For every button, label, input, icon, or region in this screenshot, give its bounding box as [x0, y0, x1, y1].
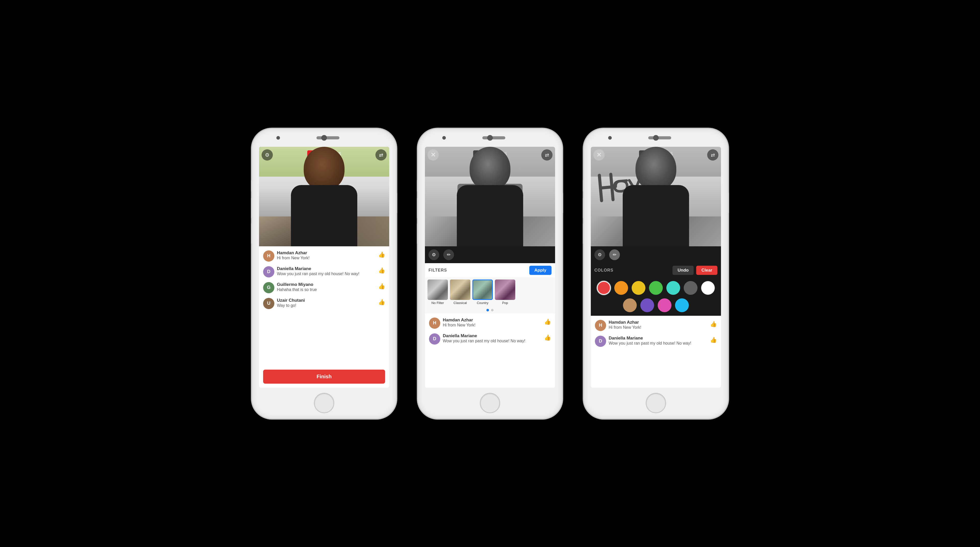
comment-row: D Daniella Mariane Wow you just ran past… — [429, 333, 551, 345]
color-swatch-green[interactable] — [649, 281, 663, 295]
home-button-2[interactable] — [480, 393, 500, 413]
like-icon[interactable]: 👍 — [378, 283, 385, 290]
flip-camera-btn-2[interactable]: ⇄ — [541, 149, 552, 161]
filter-label: Pop — [495, 301, 515, 305]
commenter-name: Guillermo Miyano — [277, 282, 375, 287]
color-swatch-pink[interactable] — [658, 298, 671, 312]
power-button-3 — [728, 193, 729, 213]
comment-text: Wow you just ran past my old house! No w… — [609, 341, 708, 346]
draw-tool-3[interactable]: ✏ — [609, 250, 620, 260]
phone-dot-3 — [608, 136, 612, 140]
undo-button[interactable]: Undo — [673, 266, 694, 275]
color-swatch-gray[interactable] — [684, 281, 697, 295]
commenter-name: Hamdan Azhar — [609, 320, 708, 325]
front-camera-1 — [321, 135, 327, 141]
close-btn-2[interactable]: ✕ — [428, 149, 439, 161]
phone-top-bar-3 — [584, 129, 728, 147]
filter-thumb-img — [450, 280, 470, 300]
colors-bar: COLORS Undo Clear — [591, 263, 721, 277]
like-icon[interactable]: 👍 — [378, 299, 385, 305]
commenter-name: Daniella Mariane — [609, 336, 708, 341]
comment-text: Hi from New York! — [443, 323, 542, 328]
commenter-name: Daniella Mariane — [277, 266, 375, 271]
phone-bottom-1 — [314, 388, 334, 418]
like-icon[interactable]: 👍 — [378, 251, 385, 258]
like-icon[interactable]: 👍 — [710, 337, 717, 343]
camera-settings-tool[interactable]: ⚙ — [428, 250, 439, 260]
camera-settings-tool-3[interactable]: ⚙ — [594, 250, 605, 260]
color-swatches — [591, 277, 721, 316]
dot-1 — [487, 309, 489, 312]
comments-section-3: H Hamdan Azhar Hi from New York! 👍 D Dan… — [591, 316, 721, 388]
phone-1-screen: LIVE 👁 456 ⚙ ⇄ H Hamdan Azhar Hi from Ne… — [259, 147, 389, 388]
comment-text: Hi from New York! — [609, 325, 708, 330]
comment-content: Hamdan Azhar Hi from New York! — [609, 320, 708, 330]
comment-row: D Daniella Mariane Wow you just ran past… — [595, 336, 717, 347]
flip-camera-btn-1[interactable]: ⇄ — [375, 149, 387, 161]
avatar-daniella-2: D — [429, 333, 440, 345]
like-icon[interactable]: 👍 — [544, 334, 551, 341]
clear-button[interactable]: Clear — [696, 266, 718, 275]
filter-thumb-pop[interactable]: Pop — [495, 280, 515, 305]
power-button — [396, 193, 397, 213]
color-swatch-orange[interactable] — [614, 281, 628, 295]
home-button-3[interactable] — [646, 393, 666, 413]
filters-bar: FILTERS Apply — [425, 263, 555, 277]
video-tools-2: ⚙ ✏ — [425, 246, 555, 263]
colors-label: COLORS — [594, 268, 613, 273]
comment-row: G Guillermo Miyano Hahaha that is so tru… — [263, 282, 385, 293]
avatar-hamdan-2: H — [429, 318, 440, 329]
phone-3-screen: ✕ LIVE 👁 456 ⇄ ⚙ ✏ COLORS Undo — [591, 147, 721, 388]
filter-label: No Filter — [428, 301, 448, 305]
apply-button[interactable]: Apply — [529, 266, 552, 275]
like-icon[interactable]: 👍 — [544, 318, 551, 325]
color-swatch-white[interactable] — [701, 281, 715, 295]
close-btn-3[interactable]: ✕ — [593, 149, 605, 161]
front-camera-2 — [487, 135, 493, 141]
video-placeholder-1 — [259, 147, 389, 246]
comment-content: Guillermo Miyano Hahaha that is so true — [277, 282, 375, 293]
flip-camera-btn-3[interactable]: ⇄ — [707, 149, 718, 161]
video-tools-3: ⚙ ✏ — [591, 246, 721, 263]
filter-thumb-classical[interactable]: Classical — [450, 280, 470, 305]
filter-thumb-nofilter[interactable]: No Filter — [428, 280, 448, 305]
filter-label: Country — [473, 301, 493, 305]
phone-2-screen: ✕ LIVE 👁 456 ⇄ Filter Preview Your audie… — [425, 147, 555, 388]
filter-thumb-country[interactable]: Country — [473, 280, 493, 305]
avatar-hamdan-3: H — [595, 320, 606, 331]
phone-dot-1 — [277, 136, 280, 140]
settings-btn-1[interactable]: ⚙ — [262, 149, 273, 161]
comment-row: H Hamdan Azhar Hi from New York! 👍 — [595, 320, 717, 331]
like-icon[interactable]: 👍 — [378, 267, 385, 274]
front-camera-3 — [653, 135, 659, 141]
color-swatch-blue[interactable] — [675, 298, 689, 312]
comment-content: Daniella Mariane Wow you just ran past m… — [277, 266, 375, 277]
like-icon[interactable]: 👍 — [710, 321, 717, 328]
filter-thumb-img — [495, 280, 515, 300]
comment-text: Hahaha that is so true — [277, 287, 375, 293]
comment-content: Uzair Chutani Way to go! — [277, 298, 375, 308]
volume-up-button-3 — [583, 198, 584, 218]
filter-thumb-img — [428, 280, 448, 300]
volume-down-button-3 — [583, 223, 584, 244]
video-area-2: ✕ LIVE 👁 456 ⇄ Filter Preview Your audie… — [425, 147, 555, 246]
home-button-1[interactable] — [314, 393, 334, 413]
power-button-2 — [562, 193, 563, 213]
phone-3: ✕ LIVE 👁 456 ⇄ ⚙ ✏ COLORS Undo — [583, 128, 729, 419]
video-placeholder-2 — [425, 147, 555, 246]
color-swatch-red[interactable] — [597, 281, 611, 295]
phone-bottom-2 — [480, 388, 500, 418]
video-area-1: LIVE 👁 456 ⚙ ⇄ — [259, 147, 389, 246]
color-swatch-purple[interactable] — [640, 298, 654, 312]
commenter-name: Hamdan Azhar — [277, 250, 375, 256]
phone-speaker-1 — [317, 136, 339, 139]
phone-bottom-3 — [646, 388, 666, 418]
color-swatch-brown[interactable] — [623, 298, 637, 312]
colors-actions: Undo Clear — [673, 266, 718, 275]
color-swatch-teal[interactable] — [667, 281, 680, 295]
finish-button[interactable]: Finish — [263, 370, 385, 384]
volume-down-button-2 — [417, 223, 418, 244]
draw-tool[interactable]: ✏ — [443, 250, 454, 260]
color-swatch-yellow[interactable] — [632, 281, 646, 295]
commenter-name: Daniella Mariane — [443, 333, 542, 339]
